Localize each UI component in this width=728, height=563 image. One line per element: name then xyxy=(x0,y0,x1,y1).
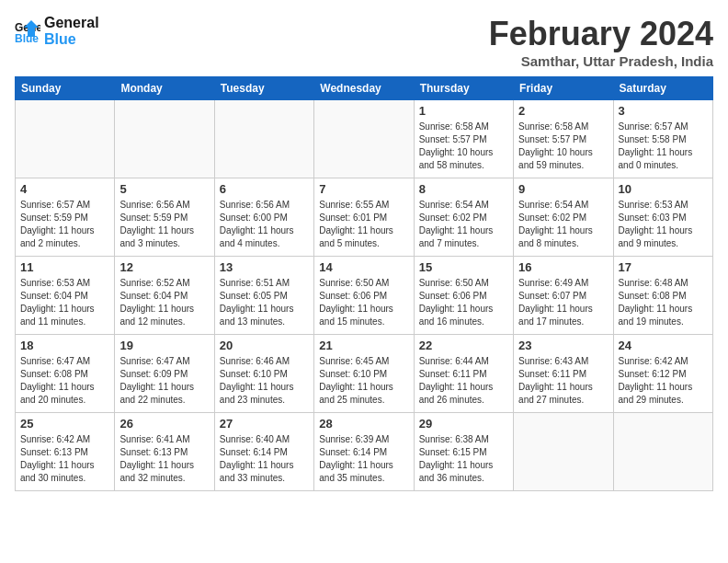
day-number: 5 xyxy=(119,182,209,196)
day-info: Sunrise: 6:52 AMSunset: 6:04 PMDaylight:… xyxy=(119,277,209,328)
title-section: February 2024 Samthar, Uttar Pradesh, In… xyxy=(489,15,713,69)
calendar-cell: 6Sunrise: 6:56 AMSunset: 6:00 PMDaylight… xyxy=(214,178,313,257)
day-info: Sunrise: 6:43 AMSunset: 6:11 PMDaylight:… xyxy=(518,355,608,407)
day-number: 12 xyxy=(119,260,209,274)
day-info: Sunrise: 6:56 AMSunset: 5:59 PMDaylight:… xyxy=(119,199,209,250)
day-info: Sunrise: 6:50 AMSunset: 6:06 PMDaylight:… xyxy=(419,277,508,328)
day-number: 8 xyxy=(419,182,508,196)
day-info: Sunrise: 6:47 AMSunset: 6:09 PMDaylight:… xyxy=(119,355,209,407)
page-header: General Blue General Blue February 2024 … xyxy=(15,15,713,69)
calendar-cell: 4Sunrise: 6:57 AMSunset: 5:59 PMDaylight… xyxy=(16,178,115,257)
calendar-cell: 16Sunrise: 6:49 AMSunset: 6:07 PMDayligh… xyxy=(514,257,613,335)
day-info: Sunrise: 6:42 AMSunset: 6:12 PMDaylight:… xyxy=(619,355,708,407)
day-info: Sunrise: 6:39 AMSunset: 6:14 PMDaylight:… xyxy=(319,433,408,485)
day-number: 20 xyxy=(220,339,309,352)
calendar-cell xyxy=(16,100,115,178)
day-info: Sunrise: 6:41 AMSunset: 6:13 PMDaylight:… xyxy=(119,433,209,485)
day-number: 13 xyxy=(220,260,309,274)
calendar-cell: 1Sunrise: 6:58 AMSunset: 5:57 PMDaylight… xyxy=(414,100,513,178)
day-number: 29 xyxy=(419,417,508,431)
logo: General Blue General Blue xyxy=(15,15,99,47)
calendar-cell: 14Sunrise: 6:50 AMSunset: 6:06 PMDayligh… xyxy=(314,257,414,335)
calendar-week-1: 1Sunrise: 6:58 AMSunset: 5:57 PMDaylight… xyxy=(16,100,713,178)
day-info: Sunrise: 6:38 AMSunset: 6:15 PMDaylight:… xyxy=(419,433,508,485)
calendar-cell: 26Sunrise: 6:41 AMSunset: 6:13 PMDayligh… xyxy=(115,413,214,491)
day-number: 17 xyxy=(619,260,708,274)
calendar-cell: 20Sunrise: 6:46 AMSunset: 6:10 PMDayligh… xyxy=(214,335,313,413)
calendar-cell: 25Sunrise: 6:42 AMSunset: 6:13 PMDayligh… xyxy=(16,413,115,491)
day-number: 25 xyxy=(20,417,109,431)
calendar-week-3: 11Sunrise: 6:53 AMSunset: 6:04 PMDayligh… xyxy=(16,257,713,335)
day-info: Sunrise: 6:44 AMSunset: 6:11 PMDaylight:… xyxy=(419,355,508,407)
calendar-cell: 11Sunrise: 6:53 AMSunset: 6:04 PMDayligh… xyxy=(16,257,115,335)
day-info: Sunrise: 6:47 AMSunset: 6:08 PMDaylight:… xyxy=(20,355,109,407)
day-info: Sunrise: 6:53 AMSunset: 6:04 PMDaylight:… xyxy=(20,277,109,328)
calendar-cell: 2Sunrise: 6:58 AMSunset: 5:57 PMDaylight… xyxy=(514,100,613,178)
day-info: Sunrise: 6:51 AMSunset: 6:05 PMDaylight:… xyxy=(220,277,309,328)
day-info: Sunrise: 6:54 AMSunset: 6:02 PMDaylight:… xyxy=(518,199,608,250)
calendar-cell: 8Sunrise: 6:54 AMSunset: 6:02 PMDaylight… xyxy=(414,178,513,257)
calendar-title: February 2024 xyxy=(489,15,713,53)
calendar-cell xyxy=(613,413,712,491)
day-number: 10 xyxy=(619,182,708,196)
day-number: 27 xyxy=(220,417,309,431)
weekday-header-saturday: Saturday xyxy=(613,77,712,100)
calendar-cell: 17Sunrise: 6:48 AMSunset: 6:08 PMDayligh… xyxy=(613,257,712,335)
day-number: 22 xyxy=(419,339,508,352)
calendar-cell: 27Sunrise: 6:40 AMSunset: 6:14 PMDayligh… xyxy=(214,413,313,491)
day-number: 2 xyxy=(518,104,608,118)
calendar-cell: 12Sunrise: 6:52 AMSunset: 6:04 PMDayligh… xyxy=(115,257,214,335)
calendar-cell: 28Sunrise: 6:39 AMSunset: 6:14 PMDayligh… xyxy=(314,413,414,491)
calendar-cell: 18Sunrise: 6:47 AMSunset: 6:08 PMDayligh… xyxy=(16,335,115,413)
calendar-cell: 23Sunrise: 6:43 AMSunset: 6:11 PMDayligh… xyxy=(514,335,613,413)
day-info: Sunrise: 6:45 AMSunset: 6:10 PMDaylight:… xyxy=(319,355,408,407)
calendar-cell: 5Sunrise: 6:56 AMSunset: 5:59 PMDaylight… xyxy=(115,178,214,257)
day-info: Sunrise: 6:55 AMSunset: 6:01 PMDaylight:… xyxy=(319,199,408,250)
svg-text:Blue: Blue xyxy=(15,32,39,44)
day-number: 1 xyxy=(419,104,508,118)
calendar-cell xyxy=(514,413,613,491)
calendar-cell: 13Sunrise: 6:51 AMSunset: 6:05 PMDayligh… xyxy=(214,257,313,335)
calendar-cell: 22Sunrise: 6:44 AMSunset: 6:11 PMDayligh… xyxy=(414,335,513,413)
calendar-cell: 3Sunrise: 6:57 AMSunset: 5:58 PMDaylight… xyxy=(613,100,712,178)
day-info: Sunrise: 6:53 AMSunset: 6:03 PMDaylight:… xyxy=(619,199,708,250)
calendar-cell: 19Sunrise: 6:47 AMSunset: 6:09 PMDayligh… xyxy=(115,335,214,413)
day-info: Sunrise: 6:58 AMSunset: 5:57 PMDaylight:… xyxy=(419,121,508,172)
calendar-cell: 15Sunrise: 6:50 AMSunset: 6:06 PMDayligh… xyxy=(414,257,513,335)
weekday-header-row: SundayMondayTuesdayWednesdayThursdayFrid… xyxy=(16,77,713,100)
day-number: 6 xyxy=(220,182,309,196)
calendar-cell: 9Sunrise: 6:54 AMSunset: 6:02 PMDaylight… xyxy=(514,178,613,257)
day-number: 11 xyxy=(20,260,109,274)
weekday-header-friday: Friday xyxy=(514,77,613,100)
day-number: 19 xyxy=(119,339,209,352)
weekday-header-thursday: Thursday xyxy=(414,77,513,100)
weekday-header-tuesday: Tuesday xyxy=(214,77,313,100)
calendar-cell: 24Sunrise: 6:42 AMSunset: 6:12 PMDayligh… xyxy=(613,335,712,413)
day-number: 18 xyxy=(20,339,109,352)
calendar-cell: 21Sunrise: 6:45 AMSunset: 6:10 PMDayligh… xyxy=(314,335,414,413)
day-info: Sunrise: 6:50 AMSunset: 6:06 PMDaylight:… xyxy=(319,277,408,328)
day-number: 24 xyxy=(619,339,708,352)
calendar-cell xyxy=(115,100,214,178)
day-number: 9 xyxy=(518,182,608,196)
logo-icon: General Blue xyxy=(15,18,40,44)
calendar-week-5: 25Sunrise: 6:42 AMSunset: 6:13 PMDayligh… xyxy=(16,413,713,491)
calendar-cell xyxy=(314,100,414,178)
day-number: 16 xyxy=(518,260,608,274)
calendar-cell: 29Sunrise: 6:38 AMSunset: 6:15 PMDayligh… xyxy=(414,413,513,491)
calendar-cell: 10Sunrise: 6:53 AMSunset: 6:03 PMDayligh… xyxy=(613,178,712,257)
day-number: 15 xyxy=(419,260,508,274)
day-number: 4 xyxy=(20,182,109,196)
calendar-week-2: 4Sunrise: 6:57 AMSunset: 5:59 PMDaylight… xyxy=(16,178,713,257)
logo-blue: Blue xyxy=(44,31,99,48)
day-info: Sunrise: 6:40 AMSunset: 6:14 PMDaylight:… xyxy=(220,433,309,485)
day-number: 7 xyxy=(319,182,408,196)
day-info: Sunrise: 6:48 AMSunset: 6:08 PMDaylight:… xyxy=(619,277,708,328)
calendar-cell xyxy=(214,100,313,178)
day-info: Sunrise: 6:57 AMSunset: 5:59 PMDaylight:… xyxy=(20,199,109,250)
day-number: 3 xyxy=(619,104,708,118)
calendar-week-4: 18Sunrise: 6:47 AMSunset: 6:08 PMDayligh… xyxy=(16,335,713,413)
day-info: Sunrise: 6:54 AMSunset: 6:02 PMDaylight:… xyxy=(419,199,508,250)
day-number: 28 xyxy=(319,417,408,431)
day-info: Sunrise: 6:58 AMSunset: 5:57 PMDaylight:… xyxy=(518,121,608,172)
